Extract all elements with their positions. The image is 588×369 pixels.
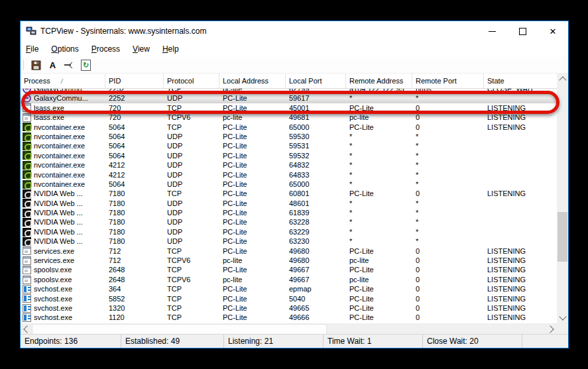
table-row[interactable]: GalaxyCommu...2252TCPpc-lite62799a104.12… [21,89,557,93]
table-row[interactable]: nvcontainer.exe5064UDPPC-Lite59530** [21,132,557,141]
process-name: services.exe [34,246,74,256]
vertical-scroll-thumb[interactable] [558,212,567,262]
local-port-cell: 59532 [286,151,346,160]
table-row[interactable]: nvcontainer.exe5064TCPPC-Lite65000PC-Lit… [21,123,557,132]
state-cell: LISTENING [484,313,557,322]
window-title: TCPView - Sysinternals: www.sysinternals… [40,26,207,36]
table-row[interactable]: NVIDIA Web ...7180UDPPC-Lite63228** [21,217,557,227]
column-header-local-port[interactable]: Local Port [286,74,346,88]
table-row[interactable]: NVIDIA Web ...7180UDPPC-Lite63230** [21,237,557,246]
column-header-state[interactable]: State [484,74,557,88]
menu-item-help[interactable]: Help [162,44,179,54]
table-row[interactable]: services.exe712TCPPC-Lite49680PC-Lite0LI… [21,246,557,256]
table-row[interactable]: NVIDIA Web ...7180UDPPC-Lite48601** [21,199,557,208]
remote-port-cell: 0 [412,189,484,198]
state-cell: LISTENING [484,246,557,256]
status-bar: Endpoints: 136Established: 49Listening: … [21,334,568,348]
pid-cell: 720 [105,113,164,122]
pid-cell: 5852 [105,294,164,303]
nvc-process-icon [23,123,31,131]
table-row[interactable]: nvcontainer.exe5064UDPPC-Lite59532** [21,151,557,160]
scroll-up-button[interactable] [557,74,568,85]
table-row[interactable]: lsass.exe720TCPPC-Lite45001PC-Lite0LISTE… [21,103,557,113]
remote-address-cell: * [346,237,412,246]
table-row[interactable]: GalaxyCommu...2252UDPPC-Lite59617** [21,93,557,103]
process-name: NVIDIA Web ... [34,189,83,198]
close-connection-button[interactable] [62,58,77,72]
protocol-cell: TCP [164,303,219,313]
table-row[interactable]: svchost.exe5852TCPPC-Lite5040PC-Lite0LIS… [21,294,557,303]
process-cell: svchost.exe [21,303,105,313]
maximize-button[interactable] [507,21,538,41]
pid-cell: 7180 [105,189,164,198]
process-name: svchost.exe [34,294,72,303]
process-name: NVIDIA Web ... [34,199,83,208]
svchost-process-icon [23,313,31,322]
process-name: nvcontainer.exe [34,141,85,150]
remote-address-cell: * [346,199,412,208]
process-cell: GalaxyCommu... [21,89,105,93]
local-address-cell: pc-lite [219,89,286,93]
table-row[interactable]: nvcontainer.exe4212UDPPC-Lite64833** [21,170,557,180]
column-header-pid[interactable]: PID [105,74,164,88]
menu-item-view[interactable]: View [133,44,150,54]
font-button[interactable]: A [45,58,60,72]
local-port-cell: 59531 [286,141,346,150]
table-row[interactable]: spoolsv.exe2648TCPV6pc-lite49667pc-lite0… [21,275,557,284]
protocol-cell: TCPV6 [164,256,219,265]
local-address-cell: PC-Lite [219,265,286,274]
table-row[interactable]: nvcontainer.exe4212UDPPC-Lite64832** [21,160,557,170]
close-button[interactable]: ✕ [538,21,568,41]
local-address-cell: PC-Lite [219,180,286,189]
remote-port-cell: 0 [412,103,484,113]
column-header-process[interactable]: Process/ [21,74,105,88]
vertical-scrollbar[interactable] [557,74,568,323]
local-address-cell: PC-Lite [219,160,286,170]
table-row[interactable]: svchost.exe364TCPPC-LiteepmapPC-Lite0LIS… [21,284,557,293]
menu-item-options[interactable]: Options [51,44,78,54]
table-row[interactable]: lsass.exe720TCPV6pc-lite49681pc-lite0LIS… [21,113,557,122]
menu-item-file[interactable]: File [26,44,38,54]
refresh-button[interactable]: ↻ [78,58,93,72]
table-row[interactable]: nvcontainer.exe5064UDPPC-Lite65000** [21,180,557,189]
table-row[interactable]: spoolsv.exe2648TCPPC-Lite49667PC-Lite0LI… [21,265,557,274]
toolbar: A ↻ [21,57,568,74]
local-address-cell: pc-lite [219,256,286,265]
protocol-cell: TCP [164,189,219,198]
local-port-cell: 59617 [286,93,346,103]
column-header-local-address[interactable]: Local Address [219,74,286,88]
remote-address-cell: * [346,160,412,170]
process-name: spoolsv.exe [34,265,72,274]
local-port-cell: 60801 [286,189,346,198]
process-name: svchost.exe [34,303,72,313]
column-header-remote-port[interactable]: Remote Port [412,74,484,88]
title-bar[interactable]: TCPView - Sysinternals: www.sysinternals… [21,21,568,41]
column-header-protocol[interactable]: Protocol [164,74,219,88]
table-row[interactable]: nvcontainer.exe5064UDPPC-Lite59531** [21,141,557,150]
pid-cell: 5064 [105,141,164,150]
table-row[interactable]: NVIDIA Web ...7180UDPPC-Lite63229** [21,227,557,237]
remote-address-cell: * [346,170,412,180]
process-cell: svchost.exe [21,294,105,303]
process-name: lsass.exe [34,113,64,122]
remote-address-cell: * [346,141,412,150]
menu-item-process[interactable]: Process [91,44,120,54]
table-row[interactable]: svchost.exe1320TCPPC-Lite49665PC-Lite0LI… [21,303,557,313]
process-name: services.exe [34,256,74,265]
save-button[interactable] [29,58,44,72]
table-row[interactable]: svchost.exe1120TCPPC-Lite49666PC-Lite0LI… [21,313,557,322]
table-row[interactable]: services.exe712TCPV6pc-lite49680pc-lite0… [21,256,557,265]
table-row[interactable]: NVIDIA Web ...7180TCPPC-Lite60801PC-Lite… [21,189,557,198]
scroll-down-button[interactable] [557,312,568,323]
minimize-button[interactable] [477,21,507,41]
column-header-remote-address[interactable]: Remote Address [346,74,412,88]
local-address-cell: PC-Lite [219,199,286,208]
nvc-process-icon [23,170,31,179]
table-row[interactable]: NVIDIA Web ...7180UDPPC-Lite61839** [21,208,557,217]
pid-cell: 2252 [105,93,164,103]
process-name: NVIDIA Web ... [34,217,83,227]
scroll-right-button[interactable] [546,323,557,335]
connection-list: GalaxyCommu...2252TCPpc-lite62799a104.12… [21,89,557,323]
horizontal-scrollbar[interactable] [21,323,557,335]
scroll-left-button[interactable] [21,323,32,335]
